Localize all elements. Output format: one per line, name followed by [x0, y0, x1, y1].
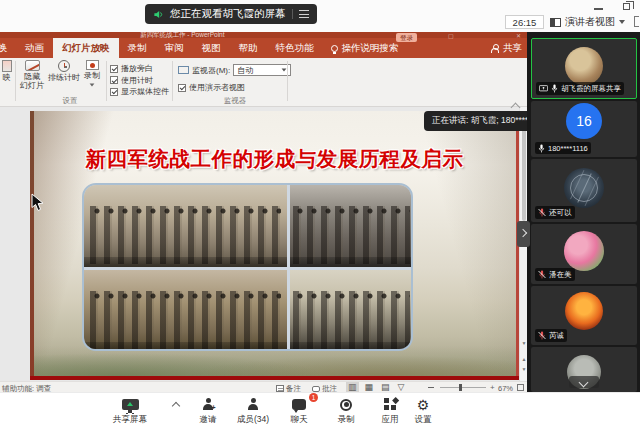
tell-me-search[interactable]: 操作说明搜索: [323, 38, 407, 58]
record-icon: [340, 399, 352, 411]
mic-muted-icon: [538, 270, 546, 279]
tab-transitions[interactable]: 切换: [0, 38, 16, 58]
avatar: [564, 231, 604, 271]
clock-icon: [58, 60, 70, 72]
avatar: [564, 168, 604, 208]
group-monitors-label: 监视器: [205, 96, 265, 106]
participants-sidebar: 胡飞霞的屏幕共享 16 180****1116 还可以 潘在美: [527, 32, 640, 392]
presenter-view-checkbox[interactable]: 使用演示者视图: [178, 82, 245, 93]
monitor-icon: [178, 66, 189, 74]
comments-button[interactable]: 批注: [312, 384, 337, 393]
ppt-status-bar: 辅助功能: 调查 备注 批注 ▥ ▦ ▤ ▽ + 67%: [0, 381, 527, 392]
record-button[interactable]: 录制: [80, 60, 104, 89]
screen-share-icon: [539, 85, 548, 93]
scroll-more-participants-chevron[interactable]: [569, 376, 599, 388]
show-media-controls-label: 显示媒体控件: [121, 86, 169, 97]
tab-help[interactable]: 帮助: [230, 38, 267, 58]
share-options-chevron[interactable]: [172, 401, 180, 409]
slide-sorter-view-button[interactable]: ▦: [363, 382, 376, 392]
rehearse-label: 排练计时: [48, 73, 80, 82]
group-setup-label: 设置: [40, 96, 100, 106]
search-label: 操作说明搜索: [342, 42, 399, 55]
participant-label: 还可以: [535, 206, 575, 219]
participant-tile[interactable]: 还可以: [531, 159, 637, 222]
chat-label: 聊天: [272, 414, 326, 426]
tab-features[interactable]: 特色功能: [267, 38, 323, 58]
scroll-down-arrow[interactable]: ▼: [520, 339, 527, 347]
banner-menu-icon[interactable]: [299, 10, 309, 18]
participant-tile-partial[interactable]: [531, 347, 637, 392]
ppt-share-label: 共享: [503, 42, 522, 55]
participant-name: 胡飞霞的屏幕共享: [561, 84, 621, 94]
zoom-percentage[interactable]: 67%: [498, 384, 513, 393]
avatar-initials: 16: [566, 103, 602, 139]
tab-animations[interactable]: 动画: [16, 38, 53, 58]
monitor-selector[interactable]: 监视器(M): 自动: [178, 64, 291, 76]
fit-to-window-icon[interactable]: [517, 384, 524, 391]
ppt-signin-button[interactable]: 登录: [396, 33, 417, 42]
tab-view[interactable]: 视图: [193, 38, 230, 58]
meeting-top-bar: 您正在观看胡飞霞的屏幕 26:15 演讲者视图: [0, 0, 640, 32]
ppt-ribbon-tabs: 切换 动画 幻灯片放映 录制 审阅 视图 帮助 特色功能 操作说明搜索: [0, 38, 527, 58]
slide[interactable]: 新四军统战工作的形成与发展历程及启示: [30, 111, 519, 380]
ppt-share-button[interactable]: 共享: [491, 38, 522, 58]
speaker-view-button[interactable]: 演讲者视图: [550, 14, 625, 30]
monitor-dropdown[interactable]: 自动: [233, 64, 291, 76]
reading-view-button[interactable]: ▤: [379, 382, 392, 392]
person-icon: [491, 44, 499, 53]
next-slide-button[interactable]: ▼: [520, 365, 527, 373]
slideshow-view-button[interactable]: ▽: [396, 382, 407, 392]
participant-tile[interactable]: 16 180****1116: [531, 101, 637, 157]
participant-label: 胡飞霞的屏幕共享: [536, 82, 624, 95]
photo-soldiers-bottom-right: [290, 270, 413, 351]
participant-name: 180****1116: [548, 144, 588, 153]
hide-slide-label-2: 幻灯片: [20, 81, 44, 90]
show-media-controls-checkbox[interactable]: 显示媒体控件: [110, 86, 169, 97]
watching-screen-banner[interactable]: 您正在观看胡飞霞的屏幕: [145, 4, 317, 24]
participant-label: 芮诚: [535, 329, 567, 342]
photo-soldiers-top-left: [84, 185, 287, 267]
avatar: [565, 47, 603, 85]
meeting-timer: 26:15: [505, 15, 544, 29]
zoom-slider-handle[interactable]: [459, 384, 462, 391]
participant-name: 还可以: [549, 208, 572, 218]
share-screen-label: 共享屏幕: [103, 414, 157, 426]
tab-review[interactable]: 审阅: [156, 38, 193, 58]
sidebar-collapse-tab[interactable]: [517, 221, 530, 247]
ppt-close-icon[interactable]: ✕: [516, 32, 521, 39]
toast-collapse-chevron[interactable]: [512, 101, 520, 109]
rehearse-timings-button[interactable]: 排练计时: [46, 60, 82, 83]
play-narrations-checkbox[interactable]: 播放旁白: [110, 63, 153, 74]
tab-slideshow[interactable]: 幻灯片放映: [53, 38, 119, 58]
window-minimize-button[interactable]: [594, 8, 603, 10]
participant-tile[interactable]: 芮诚: [531, 286, 637, 345]
hide-slide-button[interactable]: 隐藏 幻灯片: [17, 60, 47, 90]
window-restore-button[interactable]: [623, 3, 630, 10]
notes-icon: [276, 385, 284, 392]
settings-button[interactable]: ⚙ 设置: [396, 397, 450, 426]
ppt-titlebar-icon[interactable]: ▢: [448, 32, 454, 39]
zoom-in-button[interactable]: +: [490, 384, 495, 391]
normal-view-button[interactable]: ▥: [346, 382, 359, 392]
chat-icon: [292, 399, 306, 410]
participant-tile-screen-share[interactable]: 胡飞霞的屏幕共享: [531, 38, 637, 99]
monitor-label: 监视器(M):: [192, 65, 230, 76]
fullscreen-icon-partial[interactable]: [634, 16, 639, 27]
share-screen-button[interactable]: 共享屏幕: [103, 397, 157, 426]
settings-label: 设置: [396, 414, 450, 426]
participant-name: 芮诚: [549, 331, 564, 341]
chat-button[interactable]: 1 聊天: [272, 397, 326, 426]
notes-button[interactable]: 备注: [276, 384, 301, 393]
use-timings-checkbox[interactable]: 使用计时: [110, 75, 153, 86]
record-slide-icon: [86, 60, 99, 70]
gear-icon: ⚙: [417, 398, 430, 412]
participant-tile[interactable]: 潘在美: [531, 224, 637, 284]
layout-view-icon: [550, 18, 561, 27]
tab-record[interactable]: 录制: [119, 38, 156, 58]
previous-slide-button[interactable]: ▲: [520, 355, 527, 363]
zoom-out-button[interactable]: [428, 387, 434, 389]
zoom-slider[interactable]: [440, 387, 486, 388]
hide-slide-icon: [25, 60, 40, 71]
accessibility-status[interactable]: 辅助功能: 调查: [2, 384, 51, 393]
clipped-ribbon-button[interactable]: 映: [0, 60, 13, 83]
